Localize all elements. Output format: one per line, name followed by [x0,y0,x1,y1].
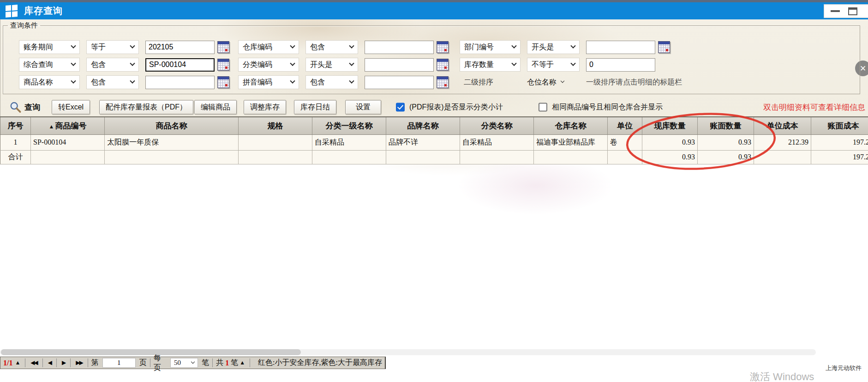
total-prefix-label: 共 [216,358,223,368]
chevron-down-icon [130,43,135,49]
field-dropdown-combined-query[interactable]: 综合查询 [19,58,80,72]
jump-top-icon[interactable]: ▲ [239,359,245,366]
calendar-picker-icon[interactable] [217,41,229,53]
chevron-down-icon [349,79,354,84]
page-indicator: 1/1 [3,359,12,367]
col-header-warehouse[interactable]: 仓库名称 [534,117,608,134]
bin-name-dropdown[interactable]: 仓位名称 [527,78,580,87]
calendar-picker-icon[interactable] [217,59,229,71]
value-input-product-name[interactable] [145,76,215,89]
stock-daily-close-button[interactable]: 库存日结 [294,100,336,115]
toolbar: 查询 转Excel 配件库存量报表（PDF） 编辑商品 调整库存 库存日结 设置… [0,98,868,116]
page-label-ye: 页 [139,358,147,368]
col-header-category-level1[interactable]: 分类一级名称 [312,117,386,134]
field-dropdown-stock-quantity[interactable]: 库存数量 [460,58,521,72]
pdf-subtotal-checkbox[interactable] [396,103,405,112]
chevron-down-icon [349,43,354,49]
scrollbar-thumb[interactable] [1,349,301,355]
value-input-department-code[interactable] [586,41,655,54]
col-header-book-cost[interactable]: 账面成本 [811,117,868,134]
query-conditions-legend: 查询条件 [8,21,40,30]
chevron-down-icon [130,61,135,66]
adjust-stock-button[interactable]: 调整库存 [244,100,286,115]
per-page-label: 每页 [154,353,167,373]
stock-color-legend: 红色:小于安全库存,紫色:大于最高库存 [258,358,382,368]
separator [25,358,25,367]
value-input-combined-query[interactable] [145,58,215,72]
col-header-product-code[interactable]: ▲商品编号 [31,117,105,134]
primary-sort-hint: 一级排序请点击明细的标题栏 [586,78,682,87]
chevron-down-icon [71,61,76,66]
page-label-di: 第 [91,358,99,368]
col-header-book-quantity[interactable]: 账面数量 [698,117,754,134]
value-input-category-code[interactable] [365,58,434,72]
separator [250,358,250,367]
edit-product-button[interactable]: 编辑商品 [194,100,237,115]
separator [42,358,43,367]
vendor-watermark: 上海元动软件 [826,364,862,372]
per-page-dropdown[interactable]: 50 [170,358,198,368]
operator-dropdown[interactable]: 包含 [305,40,358,54]
col-header-unit-cost[interactable]: 单位成本 [754,117,811,134]
secondary-sort-label: 二级排序 [460,78,521,87]
chevron-down-icon [511,61,516,66]
window-controls [824,4,868,18]
last-page-icon[interactable]: ▶▶ [74,359,84,366]
operator-dropdown[interactable]: 等于 [86,40,139,54]
col-header-seq[interactable]: 序号 [0,117,31,134]
value-input-warehouse-code[interactable] [365,41,434,54]
field-dropdown-pinyin-code[interactable]: 拼音编码 [238,75,299,89]
total-row: 合计 0.93 0.93 197.22 [0,150,868,164]
calendar-picker-icon[interactable] [658,41,670,53]
operator-dropdown[interactable]: 包含 [86,58,139,72]
operator-dropdown[interactable]: 开头是 [305,58,358,72]
minimize-icon[interactable] [831,10,840,12]
next-page-icon[interactable]: ▶ [60,359,67,366]
query-row-3: 商品名称 包含 拼音编码 包含 二级排序 仓位名称 一级排序请点击明细的标题栏 [3,75,860,89]
chevron-down-icon [290,43,295,49]
maximize-icon[interactable] [848,7,857,15]
merge-same-product-checkbox[interactable] [539,103,547,112]
field-dropdown-product-name[interactable]: 商品名称 [19,75,80,89]
settings-button[interactable]: 设置 [345,100,381,115]
col-header-brand[interactable]: 品牌名称 [386,117,460,134]
prev-page-icon[interactable]: ◀ [46,359,53,366]
calendar-picker-icon[interactable] [217,76,229,88]
operator-dropdown[interactable]: 不等于 [527,58,580,72]
operator-dropdown[interactable]: 包含 [305,75,358,89]
table-row[interactable]: 1 SP-000104 太阳膜一年质保 自采精品 品牌不详 自采精品 福迪事业部… [0,134,868,150]
col-header-current-stock[interactable]: 现库数量 [642,117,698,134]
operator-dropdown[interactable]: 包含 [86,75,139,89]
jump-top-icon[interactable]: ▲ [15,359,20,366]
page-number-input[interactable] [102,358,136,368]
col-header-spec[interactable]: 规格 [239,117,312,134]
pdf-subtotal-checkbox-label: (PDF报表)是否显示分类小计 [409,103,503,112]
field-dropdown-category-code[interactable]: 分类编码 [238,58,299,72]
col-header-product-name[interactable]: 商品名称 [105,117,239,134]
col-header-unit[interactable]: 单位 [608,117,642,134]
calendar-picker-icon[interactable] [437,59,449,71]
first-page-icon[interactable]: ◀◀ [29,359,39,366]
field-dropdown-warehouse-code[interactable]: 仓库编码 [238,40,299,54]
sort-asc-icon: ▲ [49,123,54,130]
query-button-label: 查询 [24,102,40,113]
parts-stock-pdf-report-button[interactable]: 配件库存量报表（PDF） [99,100,193,115]
operator-dropdown[interactable]: 开头是 [527,40,580,54]
horizontal-scrollbar[interactable] [0,349,816,355]
value-input-stock-quantity[interactable] [586,58,655,72]
per-page-unit-label: 笔 [202,358,209,368]
merge-same-product-checkbox-row: 相同商品编号且相同仓库合并显示 [539,103,663,112]
field-dropdown-account-period[interactable]: 账务期间 [19,40,80,54]
separator [56,358,57,367]
activate-windows-watermark: 激活 Windows [750,370,814,382]
separator [150,358,150,367]
export-excel-button[interactable]: 转Excel [52,100,90,115]
field-dropdown-department-code[interactable]: 部门编号 [460,40,521,54]
value-input-pinyin-code[interactable] [365,76,434,89]
col-header-category[interactable]: 分类名称 [460,117,534,134]
calendar-picker-icon[interactable] [437,76,449,88]
query-button[interactable]: 查询 [9,101,40,114]
value-input-account-period[interactable] [145,41,215,54]
chevron-down-icon [570,43,575,49]
calendar-picker-icon[interactable] [437,41,449,53]
